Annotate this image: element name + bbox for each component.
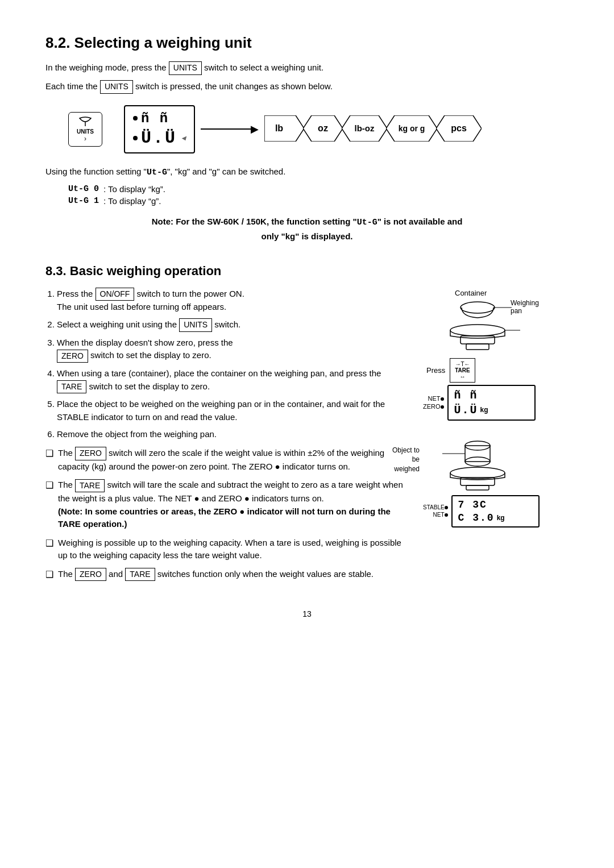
step-6: Remove the object from the weighing pan. xyxy=(57,428,404,441)
net-label-2: NET xyxy=(433,512,448,518)
tare-arrow-bottom: ↔ xyxy=(455,373,470,380)
unit-kg-or-g: kg or g xyxy=(386,115,437,143)
panel-unit-2: kg xyxy=(497,514,505,522)
zero-kbd-2: ZERO xyxy=(75,447,106,460)
step-1: Press the ON/OFF switch to turn the powe… xyxy=(57,288,404,314)
svg-text:pcs: pcs xyxy=(451,123,467,133)
arrow-line xyxy=(201,128,252,130)
unit-tags: lb oz lb-oz kg or g xyxy=(264,115,482,143)
units-kbd-2: UNITS xyxy=(100,80,133,94)
func-text-2: : To display “g”. xyxy=(103,196,161,206)
page-number: 13 xyxy=(45,609,569,618)
stable-dot xyxy=(445,506,448,509)
panel-seg-1-top: ñ ñ xyxy=(454,389,478,402)
checkbox-item-3: Weighing is possible up to the weighing … xyxy=(45,537,404,562)
checkbox-item-4: The ZERO and TARE switches function only… xyxy=(45,568,404,582)
svg-text:oz: oz xyxy=(318,123,328,133)
net-dot-1 xyxy=(441,397,444,401)
arrow-connector: ▶ xyxy=(201,123,259,135)
scale-top-relative: Container xyxy=(421,288,506,356)
intro-text-1b: switch to select a weighing unit. xyxy=(204,63,323,72)
unit-lb: lb xyxy=(264,115,304,143)
panel-seg-2-bottom: C 3.0 xyxy=(458,512,495,524)
unit-pcs: pcs xyxy=(436,115,482,143)
zero-kbd-1: ZERO xyxy=(57,350,88,363)
svg-text:lb-oz: lb-oz xyxy=(355,123,375,133)
step-2: Select a weighing unit using the UNITS s… xyxy=(57,318,404,332)
section-82-heading: 8.2. Selecting a weighing unit xyxy=(45,34,569,52)
panel-row-1-top: ñ ñ xyxy=(454,389,529,402)
container-label-group: Container xyxy=(421,288,506,356)
section-83-content: Press the ON/OFF switch to turn the powe… xyxy=(45,288,569,587)
svg-marker-0 xyxy=(264,115,304,142)
tare-kbd-1: TARE xyxy=(57,380,86,394)
panel-labels-2: STABLE NET xyxy=(423,504,448,518)
container-label: Container xyxy=(455,289,487,297)
tare-note: (Note: In some countries or areas, the Z… xyxy=(58,506,391,529)
func-code-main: Ut-G xyxy=(147,168,167,177)
panel-row-2-top: 7 3C xyxy=(458,499,533,510)
net-label-1: NET xyxy=(428,395,444,402)
panel-display-1: ñ ñ Ü.Ü kg xyxy=(447,385,536,421)
units-arrow: › xyxy=(84,135,86,143)
svg-point-20 xyxy=(450,467,505,479)
svg-point-11 xyxy=(450,325,505,336)
checkbox-list: The ZERO switch will zero the scale if t… xyxy=(45,447,404,581)
units-diagram: UNITS › ñ ñ Ü.Ü ◀ ▶ xyxy=(68,105,569,153)
panel-display-2-row: STABLE NET 7 3C C 3.0 kg xyxy=(423,495,540,528)
panel-seg-2-top: 7 3C xyxy=(458,499,487,510)
units-display-box: ñ ñ Ü.Ü ◀ xyxy=(124,105,195,153)
step-5: Place the object to be weighed on the we… xyxy=(57,398,404,423)
svg-rect-22 xyxy=(466,485,489,490)
display-row-bottom: Ü.Ü ◀ xyxy=(133,128,186,148)
panel-row-2-bottom: C 3.0 kg xyxy=(458,512,533,524)
units-btn-label: UNITS xyxy=(77,128,94,135)
step-3: When the display doesn't show zero, pres… xyxy=(57,337,404,363)
panel-display-2: 7 3C C 3.0 kg xyxy=(451,495,540,528)
object-scale-group: Object to be weighed xyxy=(421,429,534,493)
func-code-1: Ut-G 0 xyxy=(68,184,99,194)
func-intro: Using the function setting "Ut-G", "kg" … xyxy=(45,165,569,180)
unit-lb-oz: lb-oz xyxy=(342,115,387,143)
display-row-top: ñ ñ xyxy=(133,111,169,126)
zero-kbd-3: ZERO xyxy=(75,568,106,582)
onoff-kbd: ON/OFF xyxy=(96,288,135,301)
step-1-sub: The unit used last before turning off ap… xyxy=(57,302,226,312)
dot-bottom xyxy=(133,136,138,140)
arrow-right: ▶ xyxy=(251,123,259,135)
section-82: 8.2. Selecting a weighing unit In the we… xyxy=(45,34,569,243)
panel-unit-1: kg xyxy=(480,406,488,414)
press-label: Press xyxy=(426,366,445,375)
func-code-2: Ut-G 1 xyxy=(68,196,99,206)
object-label: Object to be weighed xyxy=(387,446,420,474)
tare-arrow-top: →T← xyxy=(455,361,470,367)
section-82-intro2: Each time the UNITS switch is pressed, t… xyxy=(45,80,569,94)
left-column: Press the ON/OFF switch to turn the powe… xyxy=(45,288,404,587)
dot-top xyxy=(133,116,138,121)
checkbox-item-2: The TARE switch will tare the scale and … xyxy=(45,479,404,530)
section-83: 8.3. Basic weighing operation Press the … xyxy=(45,264,569,587)
steps-list: Press the ON/OFF switch to turn the powe… xyxy=(45,288,404,441)
panel-labels-1: NET ZERO xyxy=(423,395,444,410)
intro-text-1a: In the weighing mode, press the xyxy=(45,63,167,72)
scale-object-img xyxy=(421,429,534,491)
tare-btn-text: TARE xyxy=(455,367,470,373)
seg-top: ñ ñ xyxy=(141,111,169,126)
note-func-code: Ut-G xyxy=(357,218,377,227)
panel-row-1-bottom: Ü.Ü kg xyxy=(454,404,529,417)
zero-dot-1 xyxy=(441,405,444,409)
panel-display-1-row: NET ZERO ñ ñ Ü.Ü kg xyxy=(423,385,536,421)
seg-bottom: Ü.Ü xyxy=(141,128,177,148)
press-tare-row: Press →T← TARE ↔ xyxy=(426,358,475,383)
stable-label: STABLE xyxy=(423,504,448,510)
scale-top-svg-wrapper: Container xyxy=(421,288,506,356)
scale-illustration-top: Container xyxy=(421,288,540,528)
checkbox-item-1: The ZERO switch will zero the scale if t… xyxy=(45,447,404,473)
svg-rect-13 xyxy=(466,344,489,350)
func-text-1: : To display “kg”. xyxy=(103,184,165,194)
svg-text:lb: lb xyxy=(275,123,283,133)
svg-text:kg or g: kg or g xyxy=(399,124,425,133)
section-82-intro1: In the weighing mode, press the UNITS sw… xyxy=(45,61,569,75)
svg-rect-12 xyxy=(460,336,495,344)
units-kbd-1: UNITS xyxy=(169,61,202,75)
